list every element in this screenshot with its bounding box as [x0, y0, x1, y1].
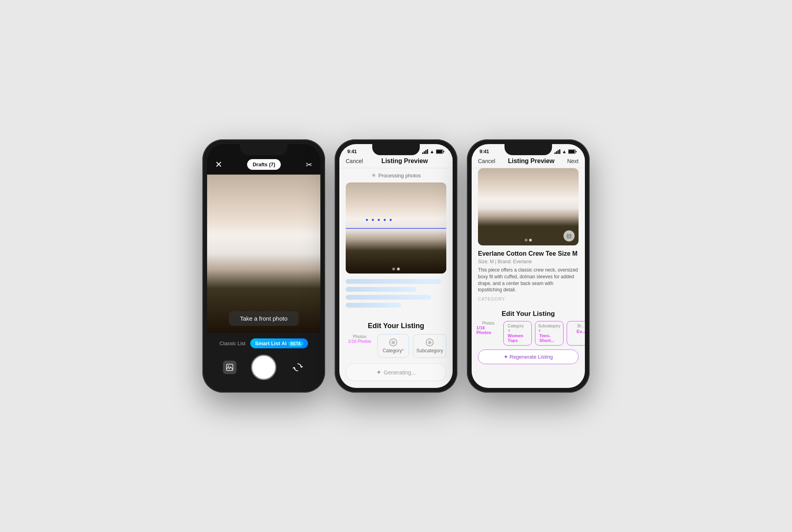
page-title-3: Listing Preview — [508, 158, 554, 165]
listing-photo-processing — [346, 182, 446, 274]
svg-rect-7 — [576, 151, 577, 152]
camera-bottom-bar: Classic List Smart List AI BETA — [207, 333, 320, 388]
time-3: 9:41 — [480, 149, 489, 154]
edit-photo-button[interactable] — [564, 230, 575, 241]
result-photo-dots — [525, 239, 532, 241]
cancel-button-3[interactable]: Cancel — [478, 158, 495, 164]
wifi-icon-3: ▲ — [562, 149, 567, 154]
classic-list-mode[interactable]: Classic List — [219, 340, 246, 346]
scissors-icon[interactable]: ✂ — [306, 160, 312, 169]
signal-icon-3 — [554, 149, 560, 154]
result-tab-cat-val: Women Tops — [508, 333, 527, 343]
result-tab-brand-label: Br... — [577, 324, 584, 328]
loading-placeholders — [339, 274, 453, 316]
result-tab-subcategory[interactable]: Subcategory ∨ Tees- Short... — [535, 321, 564, 346]
close-button[interactable]: ✕ — [215, 160, 222, 170]
loading-bar-4 — [346, 303, 401, 308]
listing-description: This piece offers a classic crew neck, o… — [478, 267, 579, 293]
tab-category-label-2: Category* — [383, 348, 404, 353]
result-listing-photo — [478, 168, 579, 245]
camera-preview-image — [207, 175, 320, 333]
svg-rect-6 — [569, 150, 575, 153]
signal-icon-2 — [422, 149, 428, 154]
res-dot-2 — [529, 239, 532, 241]
result-tab-subcat-label: Subcategory ∨ — [538, 324, 560, 332]
category-circle-icon-2: ⊕ — [389, 338, 397, 346]
loading-bar-3 — [346, 295, 431, 300]
subcategory-circle-icon-2: ⊕ — [426, 338, 434, 346]
cancel-button-2[interactable]: Cancel — [346, 158, 363, 164]
res-dot-1 — [525, 239, 527, 241]
tab-category-2[interactable]: ⊕ Category* — [377, 334, 409, 358]
sparkle-icon-2: ✦ — [376, 369, 381, 376]
nav-bar-3: Cancel Listing Preview Next — [472, 156, 585, 168]
svg-rect-4 — [444, 151, 444, 152]
generating-text: Generating... — [384, 369, 416, 376]
tab-subcategory-2[interactable]: ⊕ Subcategory — [413, 334, 446, 358]
notch-1 — [240, 144, 287, 155]
generating-button: ✦ Generating... — [346, 363, 446, 381]
regenerate-button[interactable]: ✦ Regenerate Listing — [478, 350, 579, 364]
svg-point-1 — [228, 366, 229, 367]
result-edit-tabs: Photos 1/16 Photos Category ∨ Women Tops… — [472, 321, 585, 346]
notch-2 — [372, 144, 420, 155]
result-tab-subcat-val: Tees- Short... — [539, 333, 559, 343]
gallery-button[interactable] — [223, 361, 236, 374]
nav-bar-2: Cancel Listing Preview — [339, 156, 453, 168]
page-title-2: Listing Preview — [381, 158, 428, 165]
front-photo-prompt: Take a front photo — [229, 311, 299, 326]
tab-photos-2[interactable]: Photos 1/16 Photos — [346, 334, 373, 358]
battery-icon-3 — [568, 149, 577, 154]
result-tab-brand[interactable]: Br... Ev... — [567, 321, 585, 346]
spinner-icon: ✳ — [371, 172, 376, 179]
smart-list-mode[interactable]: Smart List AI BETA — [250, 338, 308, 348]
time-2: 9:41 — [347, 149, 357, 154]
drafts-button[interactable]: Drafts (7) — [247, 159, 281, 170]
tab-photos-sub-2: 1/16 Photos — [348, 339, 371, 344]
edit-listing-title-3: Edit Your Listing — [472, 308, 585, 321]
status-icons-2: ▲ — [422, 149, 445, 154]
dot-2 — [397, 268, 400, 270]
result-tab-photos-label: Photos — [482, 321, 494, 325]
photo-indicators-2 — [392, 268, 400, 270]
phones-container: ✕ Drafts (7) ✂ Take a front photo Classi… — [202, 139, 590, 393]
dot-1 — [392, 268, 395, 270]
phone-1: ✕ Drafts (7) ✂ Take a front photo Classi… — [202, 139, 325, 393]
loading-bar-1 — [346, 279, 441, 284]
phone-2: 9:41 ▲ — [335, 139, 457, 393]
edit-listing-title-2: Edit Your Listing — [339, 316, 453, 334]
svg-rect-0 — [227, 364, 233, 370]
category-section-label: CATEGORY — [478, 296, 579, 301]
edit-tabs-2: Photos 1/16 Photos ⊕ Category* ⊕ Subcate… — [339, 334, 453, 358]
processing-photo-image — [346, 182, 446, 274]
listing-info: Everlane Cotton Crew Tee Size M Size: M … — [472, 245, 585, 308]
result-tab-photos-val: 1/16 Photos — [476, 325, 500, 335]
next-button-3[interactable]: Next — [567, 158, 579, 164]
tab-photos-label-2: Photos — [353, 334, 366, 339]
svg-rect-3 — [436, 150, 442, 153]
tab-subcategory-label-2: Subcategory — [416, 348, 443, 353]
notch-3 — [505, 144, 552, 155]
processing-text: Processing photos — [379, 173, 421, 179]
scan-line — [346, 228, 446, 229]
result-tab-photos[interactable]: Photos 1/16 Photos — [476, 321, 500, 346]
mode-selector: Classic List Smart List AI BETA — [215, 338, 312, 348]
processing-status: ✳ Processing photos — [339, 168, 453, 182]
battery-icon-2 — [436, 149, 445, 154]
camera-viewfinder: Take a front photo — [207, 175, 320, 333]
loading-bar-2 — [346, 287, 416, 292]
result-tab-category[interactable]: Category ∨ Women Tops — [503, 321, 532, 346]
scan-dots — [366, 219, 392, 221]
result-tab-cat-label: Category ∨ — [508, 324, 527, 332]
phone-3: 9:41 ▲ — [467, 139, 590, 393]
shutter-button[interactable] — [251, 355, 276, 380]
result-tab-brand-val: Ev... — [577, 329, 585, 334]
beta-badge: BETA — [288, 341, 303, 347]
status-icons-3: ▲ — [554, 149, 577, 154]
svg-point-8 — [568, 235, 570, 238]
camera-controls — [215, 355, 312, 380]
wifi-icon-2: ▲ — [430, 149, 434, 154]
listing-title: Everlane Cotton Crew Tee Size M — [478, 250, 579, 257]
listing-meta: Size: M | Brand: Everlane — [478, 259, 579, 264]
flip-camera-button[interactable] — [291, 361, 305, 374]
